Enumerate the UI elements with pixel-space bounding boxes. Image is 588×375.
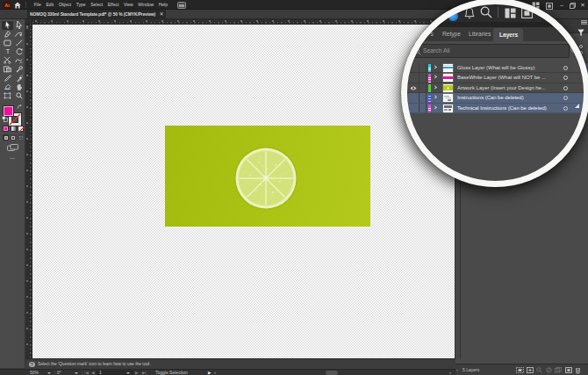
layer-target-icon[interactable] xyxy=(563,76,568,80)
first-artboard-icon[interactable]: |◀ xyxy=(84,370,89,375)
menu-object[interactable]: Object xyxy=(56,0,74,10)
restore-button[interactable] xyxy=(570,3,576,9)
menu-type[interactable]: Type xyxy=(74,0,88,10)
minimize-button[interactable]: – xyxy=(556,0,567,10)
draw-inside-mode[interactable] xyxy=(18,134,24,141)
layer-name[interactable]: Instructions (Can be deleted) xyxy=(457,93,524,104)
lock-cell[interactable] xyxy=(419,93,427,103)
draw-normal-mode[interactable] xyxy=(3,134,9,141)
layer-row-artwork[interactable]: Artwork Layer (Insert your Design he... xyxy=(408,83,584,94)
canvas-transparency-grid[interactable] xyxy=(32,25,455,358)
edit-toolbar-ellipsis[interactable]: … xyxy=(0,155,25,160)
layer-thumbnail[interactable] xyxy=(443,94,453,102)
zoom-tool[interactable] xyxy=(13,91,25,100)
tab-fragment[interactable]: s xyxy=(431,27,434,41)
layer-target-icon[interactable] xyxy=(563,106,568,111)
tab-close-icon[interactable]: ✕ xyxy=(157,10,166,19)
gradient-button[interactable] xyxy=(11,126,17,132)
zoom-dropdown-icon[interactable] xyxy=(47,372,51,374)
layer-thumbnail[interactable] xyxy=(443,84,453,92)
layer-row-instructions[interactable]: Instructions (Can be deleted) xyxy=(408,93,584,104)
last-artboard-icon[interactable]: ▶| xyxy=(142,370,147,375)
symbol-sprayer-tool[interactable] xyxy=(13,74,25,83)
none-button[interactable] xyxy=(18,126,24,132)
shape-builder-tool[interactable] xyxy=(2,65,13,74)
layer-target-icon[interactable] xyxy=(563,86,568,90)
pencil-tool[interactable] xyxy=(2,74,13,83)
delete-layer-icon[interactable] xyxy=(575,367,581,374)
layer-thumbnail[interactable] xyxy=(443,74,453,82)
layer-thumbnail[interactable] xyxy=(443,64,453,72)
expand-chevron-icon[interactable] xyxy=(433,65,437,69)
layer-name[interactable]: Technical Instructions (Can be deleted) xyxy=(457,104,547,114)
layer-target-icon[interactable] xyxy=(563,96,568,100)
sync-status-icon[interactable] xyxy=(448,11,458,21)
hand-tool[interactable] xyxy=(13,83,25,91)
next-artboard-icon[interactable]: ▶ xyxy=(135,370,139,375)
menu-view[interactable]: View xyxy=(121,0,135,10)
artboard-tool[interactable] xyxy=(2,91,13,100)
layer-name[interactable]: Gloss Layer (What will be Glossy) xyxy=(457,63,534,74)
artwork-green-label[interactable] xyxy=(165,126,370,227)
pen-tool[interactable] xyxy=(2,30,13,39)
document-tab[interactable]: NOMOQ 330ml Standard Template.pdf* @ 50 … xyxy=(27,10,166,19)
menu-file[interactable]: File xyxy=(32,0,44,10)
vertical-ruler[interactable] xyxy=(25,25,32,358)
panel-menu-icon[interactable] xyxy=(581,20,587,25)
scissors-tool[interactable] xyxy=(2,56,13,65)
eye-icon[interactable] xyxy=(410,86,417,90)
filter-funnel-icon[interactable] xyxy=(577,29,584,37)
menu-select[interactable]: Select xyxy=(88,0,105,10)
curvature-tool[interactable] xyxy=(13,30,25,39)
type-tool[interactable]: T xyxy=(2,47,13,56)
workspace-switcher-icon[interactable] xyxy=(505,8,516,18)
lock-cell[interactable] xyxy=(419,63,427,73)
draw-behind-mode[interactable] xyxy=(11,134,17,141)
direct-selection-tool[interactable] xyxy=(13,21,25,30)
hscroll-right-arrow[interactable]: › xyxy=(449,370,451,375)
visibility-cell[interactable] xyxy=(408,83,419,93)
layer-row-basewhite[interactable]: BaseWhite Layer (What will NOT be ... xyxy=(408,73,584,83)
visibility-cell[interactable] xyxy=(408,93,419,103)
document-arrange-icon[interactable] xyxy=(177,2,186,9)
new-layer-icon[interactable] xyxy=(565,367,572,373)
rotate-tool[interactable] xyxy=(13,47,25,56)
zoom-level[interactable]: 50% xyxy=(30,370,39,375)
expand-chevron-icon[interactable] xyxy=(433,105,437,110)
swap-fill-stroke-icon[interactable] xyxy=(17,105,23,110)
layer-row-gloss[interactable]: Gloss Layer (What will be Glossy) xyxy=(408,63,584,74)
lock-cell[interactable] xyxy=(419,73,427,83)
bell-icon[interactable] xyxy=(464,7,475,19)
previous-artboard-icon[interactable]: ◀ xyxy=(91,370,95,375)
tab-layers[interactable]: Layers xyxy=(493,28,523,41)
rectangle-tool[interactable] xyxy=(2,39,13,47)
merge-icon[interactable] xyxy=(555,367,562,373)
color-button[interactable] xyxy=(3,126,9,132)
layer-target-icon[interactable] xyxy=(563,66,568,70)
question-mark-icon[interactable]: ? xyxy=(29,362,35,368)
home-icon[interactable] xyxy=(14,2,21,9)
status-expand-icon[interactable]: ▶ xyxy=(208,370,212,375)
selection-tool[interactable] xyxy=(2,21,13,30)
new-sublayer-icon[interactable] xyxy=(527,367,534,373)
menu-effect[interactable]: Effect xyxy=(105,0,121,10)
paintbrush-tool[interactable] xyxy=(13,39,25,47)
shaper-tool[interactable] xyxy=(13,56,25,65)
lock-cell[interactable] xyxy=(419,83,427,93)
layer-thumbnail[interactable] xyxy=(443,105,453,112)
menu-window[interactable]: Window xyxy=(136,0,156,10)
illustrator-logo-icon[interactable]: Ai xyxy=(4,2,11,9)
close-button[interactable]: ✕ xyxy=(577,0,588,10)
layer-name[interactable]: Artwork Layer (Insert your Design he... xyxy=(457,83,546,94)
expand-chevron-icon[interactable] xyxy=(433,85,437,90)
arrange-documents-icon[interactable] xyxy=(521,8,533,18)
locate-object-icon[interactable] xyxy=(536,367,542,373)
rotation-value[interactable]: 0° xyxy=(57,370,61,375)
visibility-cell[interactable] xyxy=(408,104,419,113)
eraser-tool[interactable] xyxy=(2,83,13,91)
arrange-documents-icon[interactable] xyxy=(546,3,553,10)
search-icon[interactable] xyxy=(480,6,492,18)
search-option-icon[interactable] xyxy=(570,45,578,53)
artboard-dropdown-icon[interactable] xyxy=(126,372,130,374)
layer-name[interactable]: BaseWhite Layer (What will NOT be ... xyxy=(457,73,546,83)
